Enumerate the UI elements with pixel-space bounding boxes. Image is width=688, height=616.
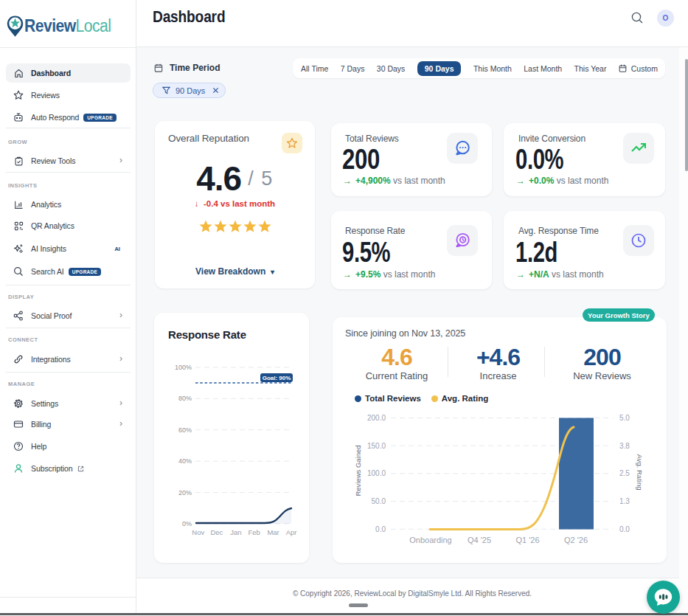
svg-text:150.0: 150.0: [367, 442, 386, 450]
svg-text:5.0: 5.0: [619, 414, 630, 422]
svg-text:2.5: 2.5: [619, 469, 630, 477]
svg-text:60%: 60%: [178, 426, 192, 434]
svg-text:0%: 0%: [182, 520, 192, 527]
svg-text:200.0: 200.0: [367, 414, 386, 422]
svg-text:Q1 '26: Q1 '26: [515, 536, 539, 544]
svg-text:Apr: Apr: [286, 528, 297, 536]
svg-text:Q4 '25: Q4 '25: [468, 536, 491, 544]
svg-text:80%: 80%: [178, 395, 192, 402]
svg-text:3.8: 3.8: [619, 442, 630, 450]
svg-text:Mar: Mar: [267, 528, 279, 536]
svg-text:50.0: 50.0: [372, 497, 386, 505]
svg-text:20%: 20%: [178, 489, 192, 496]
svg-text:Avg. Rating: Avg. Rating: [636, 454, 644, 491]
svg-text:Q2 '26: Q2 '26: [564, 536, 588, 544]
svg-text:Reviews Gained: Reviews Gained: [354, 445, 362, 496]
svg-text:100.0: 100.0: [367, 469, 386, 477]
svg-text:Dec: Dec: [210, 528, 223, 536]
svg-text:40%: 40%: [178, 457, 192, 465]
svg-text:1.3: 1.3: [619, 497, 630, 505]
svg-text:0.0: 0.0: [375, 525, 386, 533]
svg-text:0.0: 0.0: [619, 525, 630, 533]
svg-text:Feb: Feb: [248, 528, 260, 536]
svg-text:Jan: Jan: [230, 528, 241, 536]
svg-text:Goal: 90%: Goal: 90%: [263, 375, 291, 381]
svg-text:Onboarding: Onboarding: [409, 536, 452, 544]
svg-text:Nov: Nov: [192, 528, 204, 536]
svg-text:100%: 100%: [175, 364, 192, 371]
